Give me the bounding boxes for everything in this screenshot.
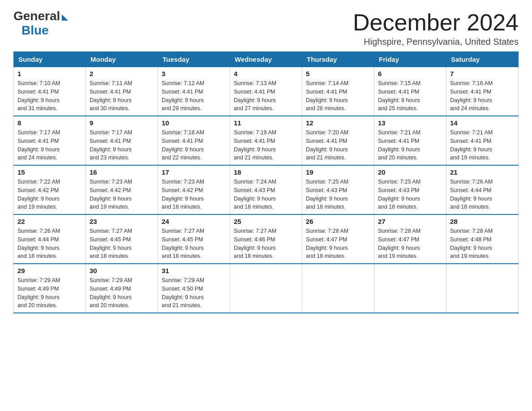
day-info: Sunrise: 7:22 AMSunset: 4:42 PMDaylight:… [17,178,82,211]
logo: General Blue [13,9,68,38]
header: General Blue December 2024 Highspire, Pe… [13,9,519,47]
day-info: Sunrise: 7:11 AMSunset: 4:41 PMDaylight:… [90,79,154,113]
day-info: Sunrise: 7:29 AMSunset: 4:49 PMDaylight:… [17,276,82,310]
table-row: 20Sunrise: 7:25 AMSunset: 4:43 PMDayligh… [374,165,446,214]
day-info: Sunrise: 7:28 AMSunset: 4:47 PMDaylight:… [306,227,370,261]
header-sunday: Sunday [14,52,86,67]
day-number: 9 [90,119,154,127]
table-row: 1Sunrise: 7:10 AMSunset: 4:41 PMDaylight… [14,67,86,116]
day-info: Sunrise: 7:23 AMSunset: 4:42 PMDaylight:… [90,178,154,211]
day-info: Sunrise: 7:27 AMSunset: 4:45 PMDaylight:… [162,227,226,261]
day-number: 18 [234,168,298,176]
day-number: 30 [90,267,154,274]
day-number: 1 [17,70,82,77]
table-row: 15Sunrise: 7:22 AMSunset: 4:42 PMDayligh… [14,165,86,214]
table-row: 2Sunrise: 7:11 AMSunset: 4:41 PMDaylight… [86,67,158,116]
day-number: 3 [162,70,226,77]
table-row: 6Sunrise: 7:15 AMSunset: 4:41 PMDaylight… [374,67,446,116]
day-number: 25 [234,218,298,225]
table-row: 23Sunrise: 7:27 AMSunset: 4:45 PMDayligh… [86,214,158,264]
day-info: Sunrise: 7:20 AMSunset: 4:41 PMDaylight:… [306,128,370,162]
day-info: Sunrise: 7:17 AMSunset: 4:41 PMDaylight:… [17,128,82,162]
table-row: 19Sunrise: 7:25 AMSunset: 4:43 PMDayligh… [302,165,374,214]
day-number: 20 [378,168,442,176]
table-row: 11Sunrise: 7:19 AMSunset: 4:41 PMDayligh… [230,116,302,165]
day-number: 19 [306,168,370,176]
table-row: 14Sunrise: 7:21 AMSunset: 4:41 PMDayligh… [446,116,519,165]
title-section: December 2024 Highspire, Pennsylvania, U… [353,9,519,47]
calendar-week-row: 29Sunrise: 7:29 AMSunset: 4:49 PMDayligh… [14,264,519,313]
day-number: 16 [90,168,154,176]
header-thursday: Thursday [302,52,374,67]
table-row: 25Sunrise: 7:27 AMSunset: 4:46 PMDayligh… [230,214,302,264]
day-number: 24 [162,218,226,225]
day-info: Sunrise: 7:21 AMSunset: 4:41 PMDaylight:… [378,128,442,162]
table-row: 17Sunrise: 7:23 AMSunset: 4:42 PMDayligh… [158,165,230,214]
header-friday: Friday [374,52,446,67]
day-number: 27 [378,218,442,225]
table-row: 3Sunrise: 7:12 AMSunset: 4:41 PMDaylight… [158,67,230,116]
table-row: 5Sunrise: 7:14 AMSunset: 4:41 PMDaylight… [302,67,374,116]
calendar: Sunday Monday Tuesday Wednesday Thursday… [13,51,519,313]
day-number: 31 [162,267,226,274]
day-info: Sunrise: 7:21 AMSunset: 4:41 PMDaylight:… [450,128,515,162]
day-info: Sunrise: 7:26 AMSunset: 4:44 PMDaylight:… [17,227,82,261]
calendar-week-row: 8Sunrise: 7:17 AMSunset: 4:41 PMDaylight… [14,116,519,165]
header-wednesday: Wednesday [230,52,302,67]
day-number: 26 [306,218,370,225]
table-row: 21Sunrise: 7:26 AMSunset: 4:44 PMDayligh… [446,165,519,214]
day-number: 17 [162,168,226,176]
day-number: 5 [306,70,370,77]
calendar-week-row: 22Sunrise: 7:26 AMSunset: 4:44 PMDayligh… [14,214,519,264]
table-row: 9Sunrise: 7:17 AMSunset: 4:41 PMDaylight… [86,116,158,165]
day-info: Sunrise: 7:29 AMSunset: 4:49 PMDaylight:… [90,276,154,310]
day-number: 8 [17,119,82,127]
table-row: 24Sunrise: 7:27 AMSunset: 4:45 PMDayligh… [158,214,230,264]
day-info: Sunrise: 7:28 AMSunset: 4:47 PMDaylight:… [378,227,442,261]
calendar-week-row: 1Sunrise: 7:10 AMSunset: 4:41 PMDaylight… [14,67,519,116]
day-info: Sunrise: 7:19 AMSunset: 4:41 PMDaylight:… [234,128,298,162]
day-info: Sunrise: 7:17 AMSunset: 4:41 PMDaylight:… [90,128,154,162]
day-number: 15 [17,168,82,176]
table-row: 8Sunrise: 7:17 AMSunset: 4:41 PMDaylight… [14,116,86,165]
logo-arrow-icon [62,14,68,21]
table-row [230,264,302,313]
day-number: 23 [90,218,154,225]
table-row: 10Sunrise: 7:18 AMSunset: 4:41 PMDayligh… [158,116,230,165]
table-row: 30Sunrise: 7:29 AMSunset: 4:49 PMDayligh… [86,264,158,313]
day-number: 12 [306,119,370,127]
table-row [302,264,374,313]
day-info: Sunrise: 7:27 AMSunset: 4:46 PMDaylight:… [234,227,298,261]
day-info: Sunrise: 7:15 AMSunset: 4:41 PMDaylight:… [378,79,442,113]
day-info: Sunrise: 7:25 AMSunset: 4:43 PMDaylight:… [378,178,442,211]
day-info: Sunrise: 7:10 AMSunset: 4:41 PMDaylight:… [17,79,82,113]
day-info: Sunrise: 7:25 AMSunset: 4:43 PMDaylight:… [306,178,370,211]
table-row [446,264,519,313]
day-info: Sunrise: 7:18 AMSunset: 4:41 PMDaylight:… [162,128,226,162]
table-row: 28Sunrise: 7:28 AMSunset: 4:48 PMDayligh… [446,214,519,264]
day-number: 29 [17,267,82,274]
day-info: Sunrise: 7:24 AMSunset: 4:43 PMDaylight:… [234,178,298,211]
day-number: 2 [90,70,154,77]
table-row: 16Sunrise: 7:23 AMSunset: 4:42 PMDayligh… [86,165,158,214]
day-info: Sunrise: 7:16 AMSunset: 4:41 PMDaylight:… [450,79,515,113]
day-info: Sunrise: 7:28 AMSunset: 4:48 PMDaylight:… [450,227,515,261]
day-info: Sunrise: 7:26 AMSunset: 4:44 PMDaylight:… [450,178,515,211]
month-title: December 2024 [353,9,519,36]
day-info: Sunrise: 7:23 AMSunset: 4:42 PMDaylight:… [162,178,226,211]
day-info: Sunrise: 7:12 AMSunset: 4:41 PMDaylight:… [162,79,226,113]
table-row: 7Sunrise: 7:16 AMSunset: 4:41 PMDaylight… [446,67,519,116]
day-number: 4 [234,70,298,77]
day-number: 21 [450,168,515,176]
header-tuesday: Tuesday [158,52,230,67]
day-number: 7 [450,70,515,77]
day-number: 11 [234,119,298,127]
day-number: 22 [17,218,82,225]
location-subtitle: Highspire, Pennsylvania, United States [353,37,519,47]
table-row: 13Sunrise: 7:21 AMSunset: 4:41 PMDayligh… [374,116,446,165]
table-row: 27Sunrise: 7:28 AMSunset: 4:47 PMDayligh… [374,214,446,264]
calendar-week-row: 15Sunrise: 7:22 AMSunset: 4:42 PMDayligh… [14,165,519,214]
table-row: 4Sunrise: 7:13 AMSunset: 4:41 PMDaylight… [230,67,302,116]
logo-general-text: General [13,9,60,23]
header-saturday: Saturday [446,52,519,67]
